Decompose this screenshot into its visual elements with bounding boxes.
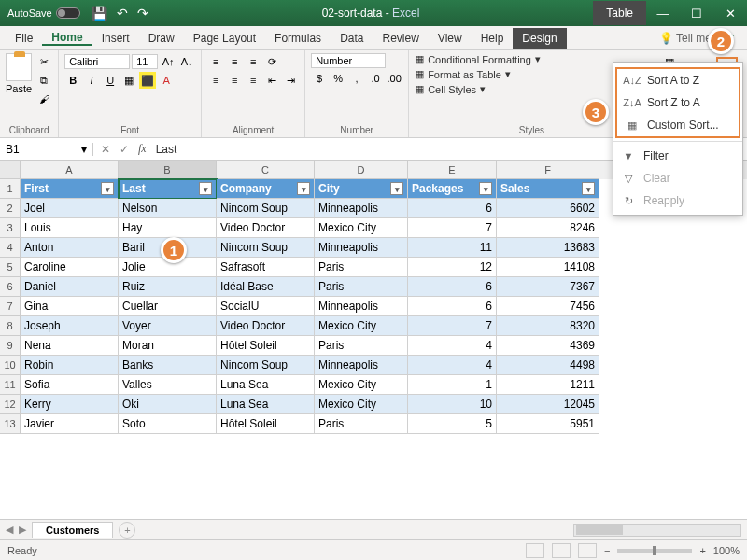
col-header-c[interactable]: C — [217, 161, 315, 179]
cell[interactable]: 8246 — [497, 218, 599, 238]
increase-font-icon[interactable]: A↑ — [160, 53, 176, 70]
cell[interactable]: Caroline — [21, 258, 119, 277]
cell[interactable]: Oki — [119, 395, 217, 414]
enter-icon[interactable]: ✓ — [120, 143, 129, 156]
row-header[interactable]: 9 — [0, 336, 21, 356]
row-header[interactable]: 8 — [0, 316, 21, 336]
horizontal-scrollbar[interactable] — [573, 524, 741, 537]
sheet-tab-customers[interactable]: Customers — [32, 522, 113, 538]
cell[interactable]: Sofia — [21, 375, 119, 395]
tab-insert[interactable]: Insert — [92, 32, 139, 45]
cell[interactable]: Paris — [315, 277, 408, 297]
row-header[interactable]: 6 — [0, 277, 21, 297]
tab-view[interactable]: View — [429, 32, 472, 45]
fill-color-button[interactable]: ⬛ — [139, 72, 156, 89]
cell[interactable]: Joseph — [21, 316, 119, 336]
align-bottom-icon[interactable]: ≡ — [245, 53, 261, 70]
fx-icon[interactable]: fx — [138, 142, 147, 156]
sort-z-to-a[interactable]: Z↓ASort Z to A — [617, 91, 739, 114]
cell[interactable]: Hay — [119, 218, 217, 238]
filter-dropdown-icon[interactable]: ▾ — [297, 182, 310, 195]
cell[interactable]: Mexico City — [315, 218, 408, 238]
italic-button[interactable]: I — [83, 72, 100, 89]
custom-sort[interactable]: ▦Custom Sort... — [617, 114, 739, 136]
header-cell[interactable]: Packages▾ — [408, 179, 497, 199]
border-button[interactable]: ▦ — [120, 72, 137, 89]
header-cell[interactable]: City▾ — [315, 179, 408, 199]
cell[interactable]: Nena — [21, 336, 119, 356]
cell[interactable]: 7456 — [497, 297, 599, 316]
cell[interactable]: 12045 — [497, 395, 599, 414]
zoom-slider[interactable] — [617, 549, 692, 553]
tab-draw[interactable]: Draw — [139, 32, 184, 45]
redo-icon[interactable]: ↷ — [137, 6, 148, 21]
row-header[interactable]: 11 — [0, 375, 21, 395]
cut-icon[interactable]: ✂ — [35, 53, 52, 70]
cell[interactable]: Minneapolis — [315, 238, 408, 258]
cell[interactable]: Paris — [315, 414, 408, 434]
cell[interactable]: Idéal Base — [217, 277, 315, 297]
cell[interactable]: Gina — [21, 297, 119, 316]
cell[interactable]: SocialU — [217, 297, 315, 316]
format-painter-icon[interactable]: 🖌 — [35, 91, 52, 107]
align-left-icon[interactable]: ≡ — [207, 72, 224, 89]
cell[interactable]: Paris — [315, 258, 408, 277]
cell[interactable]: 11 — [408, 238, 497, 258]
indent-decrease-icon[interactable]: ⇤ — [263, 72, 280, 89]
col-header-a[interactable]: A — [21, 161, 119, 179]
copy-icon[interactable]: ⧉ — [35, 72, 52, 89]
filter-dropdown-icon[interactable]: ▾ — [390, 182, 403, 195]
toggle-off-icon[interactable] — [56, 7, 80, 19]
row-header[interactable]: 10 — [0, 356, 21, 375]
cell[interactable]: Minneapolis — [315, 199, 408, 218]
tab-data[interactable]: Data — [331, 32, 373, 45]
cell[interactable]: Valles — [119, 375, 217, 395]
percent-icon[interactable]: % — [330, 70, 346, 87]
page-break-view-icon[interactable] — [578, 543, 597, 558]
cell[interactable]: 7 — [408, 316, 497, 336]
font-color-button[interactable]: A — [158, 72, 175, 89]
cell[interactable]: Voyer — [119, 316, 217, 336]
cell[interactable]: Mexico City — [315, 316, 408, 336]
sort-a-to-z[interactable]: A↓ZSort A to Z — [617, 69, 739, 91]
cell[interactable]: 6 — [408, 277, 497, 297]
tab-help[interactable]: Help — [472, 32, 514, 45]
cell[interactable]: Joel — [21, 199, 119, 218]
cell[interactable]: Kerry — [21, 395, 119, 414]
new-sheet-button[interactable]: + — [119, 522, 135, 539]
cell[interactable]: 10 — [408, 395, 497, 414]
col-header-d[interactable]: D — [315, 161, 408, 179]
cell[interactable]: Nincom Soup — [217, 199, 315, 218]
underline-button[interactable]: U — [102, 72, 119, 89]
cell[interactable]: Mexico City — [315, 395, 408, 414]
number-format-select[interactable]: Number — [311, 53, 386, 68]
autosave-toggle[interactable]: AutoSave — [7, 7, 80, 19]
cancel-icon[interactable]: ✕ — [101, 143, 110, 156]
cell[interactable]: 7367 — [497, 277, 599, 297]
decrease-decimal-icon[interactable]: .00 — [386, 70, 402, 87]
cell[interactable]: Louis — [21, 218, 119, 238]
save-icon[interactable]: 💾 — [92, 6, 107, 21]
filter-dropdown-icon[interactable]: ▾ — [101, 182, 114, 195]
row-header[interactable]: 1 — [0, 179, 21, 199]
page-layout-view-icon[interactable] — [552, 543, 571, 558]
tab-file[interactable]: File — [6, 32, 42, 45]
sheet-nav-prev-icon[interactable]: ◀ — [6, 524, 13, 536]
filter-dropdown-icon[interactable]: ▾ — [479, 182, 492, 195]
undo-icon[interactable]: ↶ — [117, 6, 128, 21]
tell-me-search[interactable]: 💡 Tell me — [659, 32, 712, 45]
cell[interactable]: 1 — [408, 375, 497, 395]
cell[interactable]: Soto — [119, 414, 217, 434]
row-header[interactable]: 2 — [0, 199, 21, 218]
comma-icon[interactable]: , — [348, 70, 365, 87]
row-header[interactable]: 5 — [0, 258, 21, 277]
name-box[interactable]: B1▾ — [0, 143, 93, 156]
select-all-corner[interactable] — [0, 161, 21, 179]
row-header[interactable]: 12 — [0, 395, 21, 414]
cell[interactable]: Robin — [21, 356, 119, 375]
cell[interactable]: 1211 — [497, 375, 599, 395]
cell[interactable]: Banks — [119, 356, 217, 375]
cell[interactable]: 7 — [408, 218, 497, 238]
cell[interactable]: 12 — [408, 258, 497, 277]
font-size-select[interactable]: 11 — [132, 54, 158, 69]
